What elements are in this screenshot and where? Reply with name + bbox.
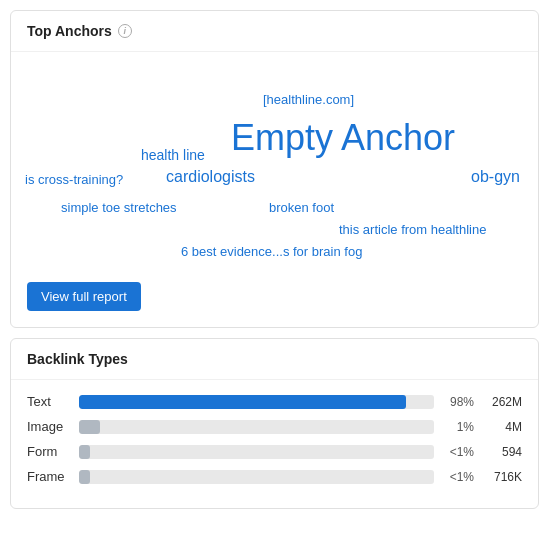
backlink-bar-container [79, 395, 434, 409]
backlink-bar-fill [79, 395, 406, 409]
word-cloud-item[interactable]: health line [141, 147, 205, 163]
backlink-bar-container [79, 445, 434, 459]
word-cloud-item[interactable]: broken foot [269, 200, 334, 215]
word-cloud: [healthline.com]Empty Anchorhealth linei… [11, 52, 538, 272]
backlink-rows-container: Text98%262MImage1%4MForm<1%594Frame<1%71… [11, 380, 538, 508]
word-cloud-item[interactable]: Empty Anchor [231, 117, 455, 159]
backlink-bar-fill [79, 420, 100, 434]
word-cloud-item[interactable]: is cross-training? [25, 172, 123, 187]
backlink-type-label: Form [27, 444, 69, 459]
backlink-row: Frame<1%716K [27, 469, 522, 484]
backlink-percentage: 98% [444, 395, 474, 409]
backlink-bar-fill [79, 470, 90, 484]
backlink-percentage: 1% [444, 420, 474, 434]
backlink-types-section: Backlink Types Text98%262MImage1%4MForm<… [10, 338, 539, 509]
word-cloud-item[interactable]: [healthline.com] [263, 92, 354, 107]
word-cloud-item[interactable]: simple toe stretches [61, 200, 177, 215]
backlink-types-header: Backlink Types [11, 339, 538, 380]
backlink-bar-container [79, 470, 434, 484]
backlink-percentage: <1% [444, 445, 474, 459]
backlink-count: 594 [484, 445, 522, 459]
word-cloud-item[interactable]: 6 best evidence...s for brain fog [181, 244, 362, 259]
backlink-row: Form<1%594 [27, 444, 522, 459]
backlink-type-label: Text [27, 394, 69, 409]
word-cloud-item[interactable]: this article from healthline [339, 222, 486, 237]
info-icon[interactable]: i [118, 24, 132, 38]
word-cloud-item[interactable]: cardiologists [166, 168, 255, 186]
backlink-bar-container [79, 420, 434, 434]
backlink-percentage: <1% [444, 470, 474, 484]
backlink-type-label: Image [27, 419, 69, 434]
top-anchors-section: Top Anchors i [healthline.com]Empty Anch… [10, 10, 539, 328]
top-anchors-title: Top Anchors [27, 23, 112, 39]
backlink-bar-fill [79, 445, 90, 459]
view-full-report-button[interactable]: View full report [27, 282, 141, 311]
backlink-count: 716K [484, 470, 522, 484]
backlink-type-label: Frame [27, 469, 69, 484]
backlink-row: Text98%262M [27, 394, 522, 409]
backlink-types-title: Backlink Types [27, 351, 128, 367]
backlink-row: Image1%4M [27, 419, 522, 434]
top-anchors-header: Top Anchors i [11, 11, 538, 52]
word-cloud-item[interactable]: ob-gyn [471, 168, 520, 186]
backlink-count: 4M [484, 420, 522, 434]
backlink-count: 262M [484, 395, 522, 409]
